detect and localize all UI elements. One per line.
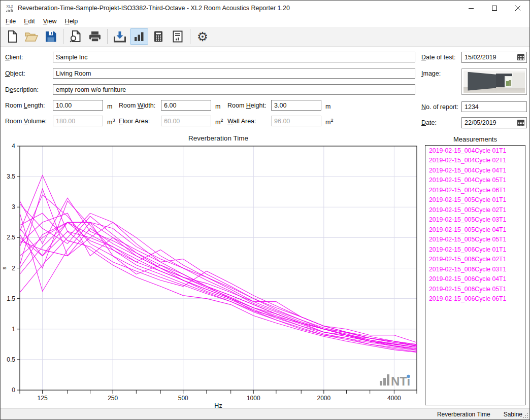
floor-area-label: Floor Area: [119,118,150,125]
measurement-item[interactable]: 2019-02-15_005Cycle 04T1 [425,225,525,235]
title-bar: XL2 Reverberation-Time-Sample-Projekt-IS… [1,1,529,16]
calculator-button[interactable] [149,28,168,45]
room-image-thumbnail[interactable] [461,68,527,95]
measurement-type: T1 [499,226,506,233]
measurement-item[interactable]: 2019-02-15_004Cycle 02T1 [425,156,525,166]
measurement-item[interactable]: 2019-02-15_006Cycle 06T1 [425,294,525,304]
app-icon-bars [5,9,15,12]
menu-file[interactable]: File [2,16,20,26]
measurement-type: T1 [499,196,506,203]
new-document-button[interactable] [3,28,21,45]
measurement-item[interactable]: 2019-02-15_004Cycle 01T1 [425,146,525,156]
menu-edit[interactable]: Edit [20,16,39,26]
measurement-item[interactable]: 2019-02-15_005Cycle 05T1 [425,235,525,245]
object-label: Object: [5,70,25,77]
svg-text:Reverberation Time: Reverberation Time [188,134,248,142]
app-icon: XL2 [5,5,15,12]
maximize-button[interactable] [483,1,506,16]
menu-view[interactable]: View [39,16,61,26]
date-of-test-field[interactable]: 15/02/2019 [461,52,527,63]
chart-view-button[interactable] [130,28,148,45]
measurement-name: 2019-02-15_006Cycle 01 [429,246,499,253]
floor-area-unit: m2 [215,118,223,126]
measurement-item[interactable]: 2019-02-15_004Cycle 04T1 [425,165,525,176]
date-of-test-calendar-button[interactable] [515,52,526,62]
wall-area-input [271,116,321,126]
measurement-name: 2019-02-15_006Cycle 05 [429,286,499,293]
object-input[interactable] [53,68,415,79]
measurement-name: 2019-02-15_005Cycle 05 [429,236,499,243]
measurements-list: 2019-02-15_004Cycle 01T12019-02-15_004Cy… [425,145,525,405]
description-input[interactable] [53,84,415,95]
measurement-type: T1 [499,275,506,283]
svg-text:1.5: 1.5 [7,295,15,302]
print-preview-button[interactable] [67,28,85,45]
measurement-item[interactable]: 2019-02-15_006Cycle 02T1 [425,255,525,265]
svg-text:2: 2 [12,265,15,272]
image-label: Image: [421,70,441,77]
toolbar: ⚙ [1,27,529,47]
room-volume-unit: m3 [107,118,115,126]
new-document-icon [6,30,19,43]
measurement-name: 2019-02-15_006Cycle 04 [429,275,499,283]
measurement-type: T1 [499,177,506,184]
settings-button[interactable]: ⚙ [193,28,212,45]
import-download-icon [113,30,127,43]
room-width-unit: m [215,102,220,110]
measurement-item[interactable]: 2019-02-15_004Cycle 06T1 [425,185,525,195]
room-height-input[interactable] [271,100,321,111]
measurement-type: T1 [499,246,506,253]
measurement-type: T1 [499,266,506,273]
import-measurements-button[interactable] [111,28,129,45]
measurement-item[interactable]: 2019-02-15_006Cycle 04T1 [425,274,525,285]
measurement-item[interactable]: 2019-02-15_005Cycle 01T1 [425,195,525,205]
report-no-input[interactable] [461,101,527,112]
measurement-item[interactable]: 2019-02-15_005Cycle 03T1 [425,215,525,225]
room-photo [463,71,525,93]
measurement-name: 2019-02-15_004Cycle 05 [429,177,499,184]
room-length-input[interactable] [53,100,103,111]
measurement-name: 2019-02-15_005Cycle 02 [429,206,499,214]
measurement-name: 2019-02-15_004Cycle 01 [429,147,499,154]
svg-text:3: 3 [12,203,15,211]
measurement-item[interactable]: 2019-02-15_004Cycle 05T1 [425,176,525,186]
calendar-icon [517,119,525,126]
save-icon [44,30,57,43]
open-project-button[interactable] [22,28,41,45]
date-field[interactable]: 22/05/2019 [461,117,527,128]
svg-text:s: s [1,266,7,269]
measurement-type: T1 [499,216,506,223]
measurement-item[interactable]: 2019-02-15_005Cycle 02T1 [425,205,525,215]
print-button[interactable] [86,28,104,45]
measurement-item[interactable]: 2019-02-15_006Cycle 01T1 [425,244,525,255]
measurement-item[interactable]: 2019-02-15_006Cycle 05T1 [425,284,525,294]
minimize-icon [468,5,474,11]
save-button[interactable] [42,28,60,45]
menu-help[interactable]: Help [61,16,82,26]
svg-text:1: 1 [12,326,15,333]
status-method: Sabine [504,411,522,418]
measurement-item[interactable]: 2019-02-15_006Cycle 03T1 [425,264,525,274]
close-button[interactable] [506,1,529,16]
app-window: XL2 Reverberation-Time-Sample-Projekt-IS… [0,0,530,420]
window-title: Reverberation-Time-Sample-Projekt-ISO338… [18,5,290,12]
date-calendar-button[interactable] [515,118,526,128]
date-value: 22/05/2019 [462,119,515,126]
open-folder-icon [24,30,39,43]
minimize-button[interactable] [459,1,483,16]
room-height-label: Room Height: [227,102,266,109]
resize-grip[interactable] [522,412,529,419]
svg-text:2000: 2000 [317,395,330,402]
room-width-label: Room Width: [119,102,155,109]
client-input[interactable] [53,52,415,62]
description-label: Description: [5,86,39,93]
measurement-name: 2019-02-15_006Cycle 06 [429,295,499,302]
room-width-input[interactable] [161,100,211,111]
measurement-name: 2019-02-15_005Cycle 01 [429,196,499,203]
status-mode: Reverberation Time [437,411,490,418]
report-button[interactable] [169,28,187,45]
toolbar-separator [63,29,63,44]
svg-text:1000: 1000 [247,395,260,402]
measurement-type: T1 [499,206,506,214]
room-length-label: Room Length: [5,102,45,109]
